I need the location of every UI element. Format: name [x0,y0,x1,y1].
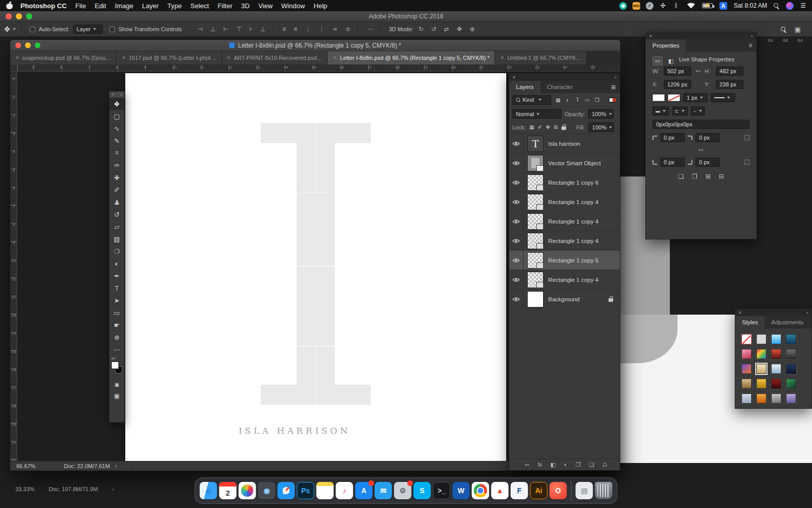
style-swatch[interactable] [786,379,796,389]
tool-button[interactable]: T [109,282,124,294]
layers-panel-header[interactable]: ✕ » [509,74,620,81]
auto-select-checkbox[interactable] [30,27,35,32]
layer-visibility-toggle[interactable] [509,212,524,231]
shape-operation-icon[interactable]: ⊞ [706,173,711,180]
3d-mode-icon[interactable]: ⊕ [468,26,476,33]
dock-item[interactable]: ▤ [576,482,593,499]
tool-button[interactable]: ▢ [109,110,124,122]
document-zoom-level[interactable]: 66.67% [16,463,53,469]
stroke-option-dropdown[interactable]: ⌐ [691,106,705,116]
tool-button[interactable]: ▱ [109,220,124,233]
fill-dropdown[interactable]: 100% [589,122,614,132]
menubar-status-icon[interactable]: WD [633,2,640,10]
layer-thumbnail[interactable] [527,194,544,210]
notification-center-icon[interactable]: ☰ [800,2,806,9]
style-swatch[interactable] [771,349,781,359]
dock-item[interactable]: O [550,482,567,499]
menubar-status-icon[interactable]: ᛒ [672,2,680,10]
distribute-icon[interactable]: ≎ [344,26,352,33]
layers-footer-icon[interactable]: ❏ [589,461,594,468]
align-icon[interactable]: ⊣ [196,26,204,33]
layer-row[interactable]: Rectangle 1 copy 4 [509,270,620,290]
document-tab[interactable]: ✕ ART-PRINT 8x10-Recovered.psd… [222,51,328,64]
layer-filter-icon[interactable]: ▭ [583,97,592,103]
layer-row[interactable]: Background [509,290,620,309]
style-swatch[interactable] [771,364,781,374]
radius-br-field[interactable]: 0 px [695,158,720,167]
radius-option-button[interactable] [745,135,750,140]
auto-select-dropdown[interactable]: Layer [73,25,103,34]
panel-tab[interactable]: Styles [735,316,764,328]
lock-icon[interactable] [561,124,567,130]
height-field[interactable]: 482 px [716,67,743,76]
menubar-menu-item[interactable]: 3D [241,2,250,10]
filter-kind-dropdown[interactable]: Kind [512,95,551,105]
canvas[interactable]: I ISLA HARRISON [125,73,506,461]
layer-row[interactable]: Rectangle 1 copy 4 [509,231,620,251]
workspace-toggle-icon[interactable]: ▣ [795,26,801,33]
radius-bl-field[interactable]: 0 px [660,158,685,167]
menubar-status-icon[interactable]: ✣ [659,2,667,10]
dock-item[interactable] [595,482,613,499]
distribute-icon[interactable]: ≍ [331,26,339,33]
menubar-menu-item[interactable]: Select [190,2,209,10]
layer-visibility-toggle[interactable] [509,251,524,270]
distribute-icon[interactable]: ≡ [292,26,299,33]
default-colors-icon[interactable]: ▪⇄ [111,357,115,361]
document-tab[interactable]: ✕ Letter I-8x8in.psd @ 66.7% (Rectangle … [328,51,495,64]
layer-filter-icon[interactable]: ◐ [563,97,572,103]
menubar-clock[interactable]: Sat 8:02 AM [734,2,767,9]
tab-close-icon[interactable]: ✕ [227,55,231,60]
dock-item[interactable]: ⚙ [394,482,412,499]
width-field[interactable]: 502 px [664,67,691,76]
collapse-icon[interactable]: » [751,34,753,38]
input-source-icon[interactable]: A [719,2,727,10]
close-icon[interactable]: ✕ [738,311,742,315]
layer-visibility-toggle[interactable] [509,153,524,172]
menubar-menu-item[interactable]: Type [167,2,182,10]
collapse-icon[interactable]: » [615,75,617,80]
style-swatch[interactable] [741,379,752,389]
radius-tl-field[interactable]: 0 px [660,133,685,142]
vertical-ruler[interactable]: 0123456789101112131415161718192021 [10,72,17,461]
tab-close-icon[interactable]: ✕ [15,55,19,60]
link-dimensions-icon[interactable]: ∾ [695,68,701,75]
screen-mode-icon[interactable]: ▣ [114,392,120,400]
document-titlebar[interactable]: Letter I-8x8in.psd @ 66.7% (Rectangle 1 … [10,40,620,51]
dock-item[interactable]: F [511,482,528,499]
style-swatch[interactable] [756,334,766,344]
quick-mask-icon[interactable]: ◙ [115,381,119,388]
search-icon[interactable] [781,27,786,32]
align-icon[interactable]: ⊥ [209,26,217,33]
style-swatch[interactable] [771,393,781,404]
distribute-icon[interactable]: ⋮ [303,26,312,33]
artwork-caption[interactable]: ISLA HARRISON [239,426,351,436]
stroke-style-dropdown[interactable] [711,93,735,102]
radius-combined-field[interactable]: 0px0px0px0px [652,120,750,129]
style-swatch[interactable] [756,364,766,374]
current-tool-icon[interactable]: ✥ [4,25,16,33]
properties-mode-icon[interactable]: ▭ [652,56,663,65]
properties-mode-icon[interactable]: ◧ [666,56,676,65]
layer-row[interactable]: Rectangle 1 copy 6 [509,173,620,192]
panel-tab[interactable]: Character [540,81,580,93]
app-zoom-level[interactable]: 33.33% [15,486,34,492]
show-transform-checkbox[interactable] [109,27,115,32]
document-tab[interactable]: ✕ soapmockup.psd @ 66.7% (Grou… [10,51,117,64]
dock-item[interactable]: 2 [219,482,237,499]
x-field[interactable]: 1206 px [664,80,691,89]
layer-filter-icon[interactable]: ▦ [554,97,562,103]
stroke-width-dropdown[interactable]: 1 px [683,93,708,102]
dock-item[interactable]: ◉ [258,482,276,499]
align-icon[interactable]: ⊥ [259,26,267,33]
3d-mode-icon[interactable]: ⇄ [442,26,450,33]
horizontal-ruler[interactable]: 5678910111213141516171819202122232425 [17,64,620,72]
style-swatch[interactable] [771,379,781,389]
style-swatch[interactable] [786,349,796,359]
layers-footer-icon[interactable]: ◐ [564,461,568,468]
menubar-status-icon[interactable]: ◉ [619,2,627,10]
dock-item[interactable]: ♪ [336,482,353,499]
tool-button[interactable]: ♟ [109,196,124,208]
tool-button[interactable]: ▭ [109,306,124,319]
dock-item[interactable]: ☺ [200,482,217,499]
